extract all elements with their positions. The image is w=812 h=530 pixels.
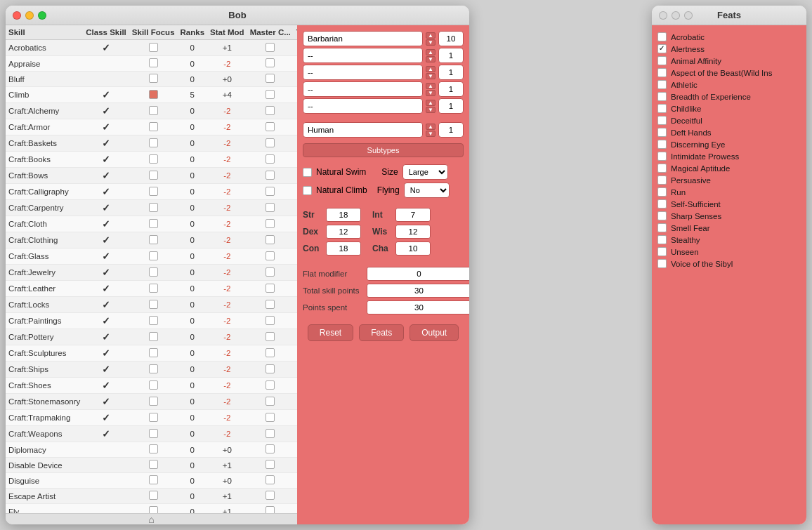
wis-input[interactable] xyxy=(395,225,431,239)
checkbox-cell[interactable] xyxy=(129,40,178,56)
skill-focus-checkbox[interactable] xyxy=(149,413,158,422)
master-checkbox-cell[interactable] xyxy=(247,313,294,329)
checkbox-cell[interactable] xyxy=(129,216,178,232)
feat-checkbox-8[interactable] xyxy=(657,128,667,137)
feat-checkbox-16[interactable] xyxy=(657,223,667,232)
feat-checkbox-10[interactable] xyxy=(657,152,667,161)
checkbox-cell[interactable] xyxy=(129,249,178,265)
master-checkbox-cell[interactable] xyxy=(247,394,294,410)
subtypes-button[interactable]: Subtypes xyxy=(303,143,464,157)
natural-climb-checkbox[interactable] xyxy=(303,186,312,195)
master-checkbox-cell[interactable] xyxy=(247,200,294,216)
master-checkbox[interactable] xyxy=(266,332,275,341)
skill-focus-checkbox[interactable] xyxy=(149,267,158,277)
race-stepper[interactable]: ▲ ▼ xyxy=(426,124,436,137)
class-up-btn-1[interactable]: ▲ xyxy=(426,49,436,55)
class-up-btn-2[interactable]: ▲ xyxy=(426,66,436,72)
output-button[interactable]: Output xyxy=(410,324,459,341)
master-checkbox-cell[interactable] xyxy=(247,72,294,87)
master-checkbox-cell[interactable] xyxy=(247,442,294,458)
skill-focus-checkbox[interactable] xyxy=(149,74,158,83)
skill-focus-checkbox[interactable] xyxy=(149,397,158,406)
skill-focus-checkbox[interactable] xyxy=(149,444,158,453)
checkbox-cell[interactable] xyxy=(129,410,178,426)
checkbox-cell[interactable] xyxy=(129,504,178,514)
feat-checkbox-17[interactable] xyxy=(657,235,667,244)
master-checkbox-cell[interactable] xyxy=(247,345,294,362)
master-checkbox-cell[interactable] xyxy=(247,362,294,378)
skill-focus-checkbox[interactable] xyxy=(149,235,158,244)
master-checkbox[interactable] xyxy=(266,475,275,484)
feat-checkbox-18[interactable] xyxy=(657,247,667,256)
class-level-2[interactable] xyxy=(438,65,464,80)
class-input-2[interactable] xyxy=(303,65,423,80)
master-checkbox[interactable] xyxy=(266,74,275,83)
skill-focus-checkbox[interactable] xyxy=(149,429,158,438)
skill-focus-checkbox[interactable] xyxy=(149,284,158,293)
master-checkbox-cell[interactable] xyxy=(247,378,294,394)
checkbox-cell[interactable] xyxy=(129,458,178,473)
class-input-4[interactable] xyxy=(303,98,423,114)
skill-focus-checkbox[interactable] xyxy=(149,106,158,115)
master-checkbox-cell[interactable] xyxy=(247,168,294,184)
feat-checkbox-5[interactable] xyxy=(657,92,667,101)
master-checkbox-cell[interactable] xyxy=(247,473,294,489)
skill-focus-checkbox[interactable] xyxy=(149,300,158,309)
class-input-3[interactable] xyxy=(303,81,423,97)
class-stepper-1[interactable]: ▲ ▼ xyxy=(426,49,436,62)
con-input[interactable] xyxy=(326,241,361,256)
master-checkbox-cell[interactable] xyxy=(247,232,294,249)
checkbox-cell[interactable] xyxy=(129,442,178,458)
horizontal-scrollbar[interactable]: ⌂ xyxy=(6,513,297,524)
skill-focus-checkbox[interactable] xyxy=(149,460,158,469)
master-checkbox-cell[interactable] xyxy=(247,119,294,135)
master-checkbox[interactable] xyxy=(266,397,275,406)
checkbox-cell[interactable] xyxy=(129,56,178,72)
checkbox-cell[interactable] xyxy=(129,103,178,119)
skill-focus-checkbox[interactable] xyxy=(149,332,158,341)
skill-focus-checkbox[interactable] xyxy=(149,364,158,373)
reset-button[interactable]: Reset xyxy=(308,324,353,341)
class-down-btn-1[interactable]: ▼ xyxy=(426,56,436,62)
master-checkbox[interactable] xyxy=(266,90,275,99)
master-checkbox-cell[interactable] xyxy=(247,410,294,426)
checkbox-cell[interactable] xyxy=(129,329,178,345)
master-checkbox[interactable] xyxy=(266,413,275,422)
class-up-btn-0[interactable]: ▲ xyxy=(426,32,436,39)
master-checkbox[interactable] xyxy=(266,251,275,260)
feat-checkbox-19[interactable] xyxy=(657,259,667,268)
master-checkbox-cell[interactable] xyxy=(247,216,294,232)
master-checkbox-cell[interactable] xyxy=(247,56,294,72)
feat-checkbox-13[interactable] xyxy=(657,187,667,197)
checkbox-cell[interactable] xyxy=(129,200,178,216)
class-down-btn-3[interactable]: ▼ xyxy=(426,90,436,96)
master-checkbox-cell[interactable] xyxy=(247,329,294,345)
master-checkbox-cell[interactable] xyxy=(247,249,294,265)
master-checkbox[interactable] xyxy=(266,219,275,228)
feat-checkbox-9[interactable] xyxy=(657,140,667,149)
skill-focus-checkbox[interactable] xyxy=(149,491,158,500)
master-checkbox[interactable] xyxy=(266,364,275,373)
checkbox-cell[interactable] xyxy=(129,87,178,103)
feat-checkbox-11[interactable] xyxy=(657,164,667,173)
checkbox-cell[interactable] xyxy=(129,362,178,378)
class-up-btn-3[interactable]: ▲ xyxy=(426,83,436,89)
master-checkbox[interactable] xyxy=(266,43,275,52)
class-stepper-4[interactable]: ▲ ▼ xyxy=(426,100,436,113)
checkbox-cell[interactable] xyxy=(129,119,178,135)
class-stepper-3[interactable]: ▲ ▼ xyxy=(426,83,436,96)
feat-checkbox-2[interactable] xyxy=(657,56,667,65)
minimize-button[interactable] xyxy=(25,11,34,20)
master-checkbox[interactable] xyxy=(266,491,275,500)
class-up-btn-4[interactable]: ▲ xyxy=(426,100,436,106)
master-checkbox-cell[interactable] xyxy=(247,184,294,200)
master-checkbox[interactable] xyxy=(266,429,275,438)
dex-input[interactable] xyxy=(326,225,361,239)
skill-focus-checkbox[interactable] xyxy=(149,58,158,67)
race-up-btn[interactable]: ▲ xyxy=(426,124,436,130)
master-checkbox[interactable] xyxy=(266,348,275,357)
master-checkbox-cell[interactable] xyxy=(247,489,294,504)
checkbox-cell[interactable] xyxy=(129,72,178,87)
skills-table-wrap[interactable]: Skill Class Skill Skill Focus Ranks Stat… xyxy=(6,25,297,513)
master-checkbox-cell[interactable] xyxy=(247,135,294,152)
